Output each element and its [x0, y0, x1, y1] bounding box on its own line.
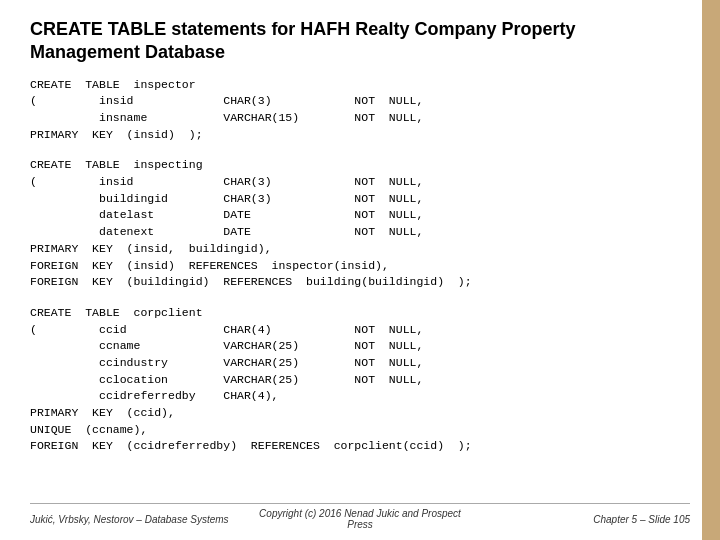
- code-line: datenext DATE NOT NULL,: [30, 224, 690, 241]
- code-line: ( insid CHAR(3) NOT NULL,: [30, 93, 690, 110]
- code-line: cclocation VARCHAR(25) NOT NULL,: [30, 372, 690, 389]
- code-line: ccidreferredby CHAR(4),: [30, 388, 690, 405]
- code-line: ccname VARCHAR(25) NOT NULL,: [30, 338, 690, 355]
- code-line: insname VARCHAR(15) NOT NULL,: [30, 110, 690, 127]
- code-line: PRIMARY KEY (insid) );: [30, 127, 690, 144]
- footer-left: Jukić, Vrbsky, Nestorov – Database Syste…: [30, 514, 250, 525]
- code-line: ( ccid CHAR(4) NOT NULL,: [30, 322, 690, 339]
- footer-center: Copyright (c) 2016 Nenad Jukic and Prosp…: [250, 508, 470, 530]
- code-block-inspecting: CREATE TABLE inspecting ( insid CHAR(3) …: [30, 157, 690, 290]
- code-line: ccindustry VARCHAR(25) NOT NULL,: [30, 355, 690, 372]
- code-block-inspector: CREATE TABLE inspector ( insid CHAR(3) N…: [30, 77, 690, 144]
- code-line: FOREIGN KEY (ccidreferredby) REFERENCES …: [30, 438, 690, 455]
- code-line: CREATE TABLE inspector: [30, 77, 690, 94]
- title-keyword: CREATE TABLE statements: [30, 19, 266, 39]
- title-block: CREATE TABLE statements for HAFH Realty …: [30, 18, 690, 65]
- code-line: FOREIGN KEY (insid) REFERENCES inspector…: [30, 258, 690, 275]
- code-line: CREATE TABLE corpclient: [30, 305, 690, 322]
- code-line: CREATE TABLE inspecting: [30, 157, 690, 174]
- code-line: ( insid CHAR(3) NOT NULL,: [30, 174, 690, 191]
- footer-right: Chapter 5 – Slide 105: [470, 514, 690, 525]
- code-line: PRIMARY KEY (ccid),: [30, 405, 690, 422]
- code-line: datelast DATE NOT NULL,: [30, 207, 690, 224]
- side-bar-decoration: [702, 0, 720, 540]
- code-line: PRIMARY KEY (insid, buildingid),: [30, 241, 690, 258]
- code-line: buildingid CHAR(3) NOT NULL,: [30, 191, 690, 208]
- code-line: UNIQUE (ccname),: [30, 422, 690, 439]
- footer: Jukić, Vrbsky, Nestorov – Database Syste…: [30, 503, 690, 530]
- code-line: FOREIGN KEY (buildingid) REFERENCES buil…: [30, 274, 690, 291]
- page: CREATE TABLE statements for HAFH Realty …: [0, 0, 720, 540]
- code-block-corpclient: CREATE TABLE corpclient ( ccid CHAR(4) N…: [30, 305, 690, 455]
- page-title: CREATE TABLE statements for HAFH Realty …: [30, 18, 690, 65]
- code-area: CREATE TABLE inspector ( insid CHAR(3) N…: [30, 77, 690, 499]
